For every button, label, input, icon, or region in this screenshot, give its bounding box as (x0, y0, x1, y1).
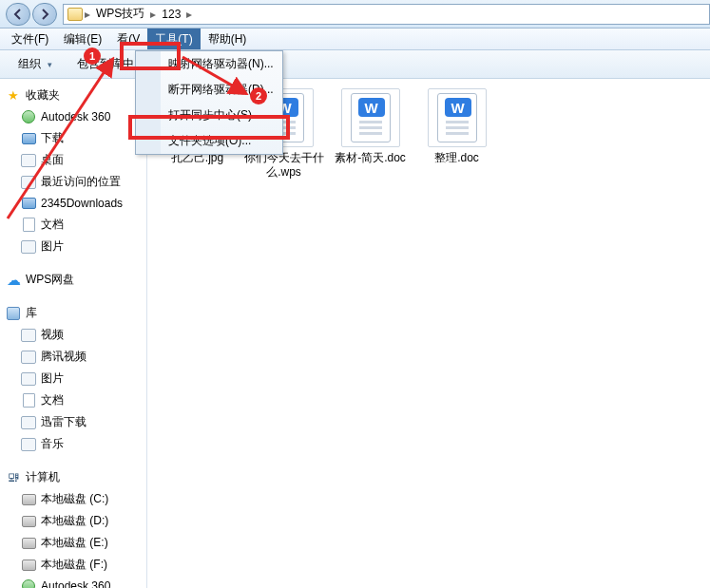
folder-icon (67, 8, 83, 21)
wps-badge-icon: W (358, 98, 385, 117)
back-button[interactable] (6, 3, 30, 26)
doc-thumbnail: W (428, 88, 487, 147)
nav-lib-pictures[interactable]: 图片 (4, 368, 143, 389)
nav-2345downloads[interactable]: 2345Downloads (4, 193, 143, 214)
forward-button[interactable] (32, 3, 57, 26)
file-list: 孔乙己.jpg W 你们今天去干什么.wps W 素材-简天.doc W 整理.… (147, 79, 710, 588)
nav-recent[interactable]: 最近访问的位置 (4, 171, 143, 193)
wps-cloud-header[interactable]: ☁ WPS网盘 (4, 269, 143, 291)
picture-icon (21, 372, 36, 386)
chevron-right-icon: ▸ (186, 8, 192, 21)
libraries-header[interactable]: 库 (4, 302, 143, 324)
picture-icon (21, 240, 36, 254)
document-icon (23, 218, 35, 232)
menu-folder-options[interactable]: 文件夹选项(O)... (161, 128, 282, 154)
video-icon (21, 329, 36, 342)
cloud-sync-icon (22, 110, 35, 123)
desktop-icon (21, 154, 36, 167)
nav-drive-autodesk[interactable]: Autodesk 360 (4, 576, 143, 588)
music-icon (21, 438, 36, 451)
menu-file[interactable]: 文件(F) (4, 28, 56, 49)
main-area: ★ 收藏夹 Autodesk 360 下载 桌面 最近访问的位置 2345Dow… (0, 79, 710, 588)
menu-map-network-drive[interactable]: 映射网络驱动器(N)... (161, 51, 282, 77)
doc-thumbnail: W (341, 88, 400, 147)
menu-disconnect-network-drive[interactable]: 断开网络驱动器(D)... (161, 77, 282, 103)
wps-badge-icon: W (445, 98, 471, 117)
toolbar: 组织 包含到库中 (0, 50, 710, 79)
menu-tools[interactable]: 工具(T) (147, 28, 200, 49)
download-icon (22, 133, 36, 144)
nav-downloads[interactable]: 下载 (4, 127, 143, 149)
breadcrumb-seg-1[interactable]: WPS技巧 (92, 6, 148, 22)
nav-tencent-video[interactable]: 腾讯视频 (4, 346, 143, 368)
file-name: 你们今天去干什么.wps (243, 151, 324, 180)
nav-xunlei[interactable]: 迅雷下载 (4, 411, 143, 433)
breadcrumb-seg-2[interactable]: 123 (158, 8, 184, 21)
file-item[interactable]: W 素材-简天.doc (330, 88, 411, 165)
disk-icon (22, 560, 36, 571)
nav-videos[interactable]: 视频 (4, 324, 143, 346)
disk-icon (22, 538, 36, 549)
nav-drive-e[interactable]: 本地磁盘 (E:) (4, 532, 143, 554)
cloud-sync-icon (22, 579, 35, 588)
disk-icon (22, 516, 36, 527)
document-icon (23, 393, 35, 408)
nav-drive-f[interactable]: 本地磁盘 (F:) (4, 554, 143, 576)
tencent-icon (21, 351, 36, 364)
menu-edit[interactable]: 编辑(E) (56, 28, 109, 49)
nav-pictures[interactable]: 图片 (4, 236, 143, 257)
chevron-right-icon: ▸ (85, 8, 90, 21)
library-icon (7, 307, 20, 320)
tools-menu-dropdown: 映射网络驱动器(N)... 断开网络驱动器(D)... 打开同步中心(S)...… (135, 50, 283, 155)
nav-documents[interactable]: 文档 (4, 214, 143, 236)
file-name: 整理.doc (434, 151, 479, 165)
file-item[interactable]: W 整理.doc (416, 88, 497, 165)
nav-music[interactable]: 音乐 (4, 433, 143, 455)
titlebar: ▸ WPS技巧 ▸ 123 ▸ (0, 0, 710, 28)
nav-autodesk360[interactable]: Autodesk 360 (4, 106, 143, 127)
nav-lib-documents[interactable]: 文档 (4, 389, 143, 411)
address-bar[interactable]: ▸ WPS技巧 ▸ 123 ▸ (63, 4, 710, 25)
computer-icon: 🖳 (6, 470, 21, 485)
nav-desktop[interactable]: 桌面 (4, 149, 143, 171)
nav-drive-c[interactable]: 本地磁盘 (C:) (4, 488, 143, 510)
folder-icon (22, 198, 36, 209)
favorites-label: 收藏夹 (26, 87, 60, 104)
file-name: 素材-简天.doc (335, 151, 406, 165)
menubar: 文件(F) 编辑(E) 看(V 工具(T) 帮助(H) (0, 28, 710, 50)
download-icon (21, 416, 36, 429)
menu-view[interactable]: 看(V (109, 28, 147, 49)
computer-header[interactable]: 🖳 计算机 (4, 466, 143, 488)
chevron-right-icon: ▸ (150, 8, 156, 21)
disk-icon (22, 494, 36, 505)
navigation-pane: ★ 收藏夹 Autodesk 360 下载 桌面 最近访问的位置 2345Dow… (0, 79, 147, 588)
menu-help[interactable]: 帮助(H) (201, 28, 255, 49)
star-icon: ★ (6, 88, 21, 104)
recent-icon (21, 176, 36, 189)
favorites-header[interactable]: ★ 收藏夹 (4, 85, 143, 106)
menu-open-sync-center[interactable]: 打开同步中心(S)... (161, 103, 282, 128)
cloud-icon: ☁ (6, 273, 21, 288)
nav-drive-d[interactable]: 本地磁盘 (D:) (4, 510, 143, 532)
organize-button[interactable]: 组织 (8, 52, 63, 76)
